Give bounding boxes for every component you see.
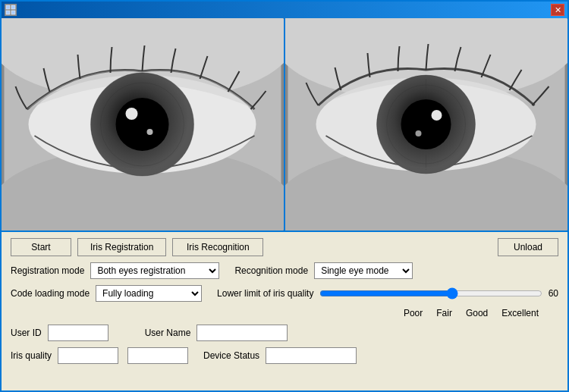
iris-quality-label: Iris quality: [11, 350, 52, 361]
svg-point-25: [416, 130, 422, 136]
user-id-input[interactable]: [48, 325, 108, 341]
svg-point-23: [401, 99, 451, 149]
left-eye-panel: [2, 18, 284, 230]
svg-point-11: [116, 98, 169, 151]
image-area: [2, 18, 567, 230]
recognition-mode-select[interactable]: Single eye mode Both eyes mode: [314, 262, 413, 279]
device-status-input[interactable]: [266, 347, 357, 364]
recognition-mode-label: Recognition mode: [234, 265, 308, 276]
quality-status-row: Iris quality Device Status: [11, 347, 558, 364]
title-bar-left: [5, 4, 17, 16]
slider-value: 60: [549, 288, 558, 299]
iris-quality-input1[interactable]: [58, 347, 118, 364]
start-button[interactable]: Start: [11, 238, 71, 256]
iris-registration-button[interactable]: Iris Registration: [77, 238, 166, 256]
code-loading-row: Code loading mode Fully loading Partial …: [11, 285, 558, 302]
svg-point-13: [147, 129, 153, 135]
code-loading-select[interactable]: Fully loading Partial loading: [96, 285, 202, 302]
quality-poor: Poor: [404, 308, 423, 318]
app-icon: [5, 4, 17, 16]
iris-quality-slider[interactable]: [319, 287, 542, 299]
iris-quality-input2[interactable]: [127, 347, 188, 364]
device-status-label: Device Status: [203, 350, 259, 361]
svg-point-12: [126, 108, 138, 120]
quality-labels-row: Poor Fair Good Excellent: [11, 308, 558, 318]
svg-point-24: [432, 110, 442, 121]
user-info-row: User ID User Name: [11, 325, 558, 341]
close-button[interactable]: ✕: [551, 4, 564, 16]
svg-rect-1: [11, 5, 15, 9]
svg-rect-2: [6, 11, 10, 14]
registration-mode-select[interactable]: Both eyes registration Single eye regist…: [90, 262, 219, 279]
quality-fair: Fair: [436, 308, 452, 318]
right-eye-panel: [284, 18, 567, 230]
registration-mode-row: Registration mode Both eyes registration…: [11, 262, 558, 279]
svg-rect-0: [6, 5, 10, 9]
user-id-label: User ID: [11, 328, 42, 338]
button-row: Start Iris Registration Iris Recognition…: [11, 238, 558, 256]
quality-excellent: Excellent: [501, 308, 539, 318]
user-name-input[interactable]: [196, 325, 288, 341]
main-window: ✕: [0, 0, 569, 392]
user-name-label: User Name: [145, 328, 191, 338]
lower-limit-label: Lower limit of iris quality: [217, 288, 313, 299]
svg-rect-3: [11, 11, 15, 14]
code-loading-label: Code loading mode: [11, 288, 90, 299]
title-bar: ✕: [2, 2, 567, 18]
iris-recognition-button[interactable]: Iris Recognition: [172, 238, 263, 256]
quality-good: Good: [466, 308, 488, 318]
unload-button[interactable]: Unload: [498, 238, 558, 256]
registration-mode-label: Registration mode: [11, 265, 84, 276]
controls-area: Start Iris Registration Iris Recognition…: [2, 230, 567, 390]
